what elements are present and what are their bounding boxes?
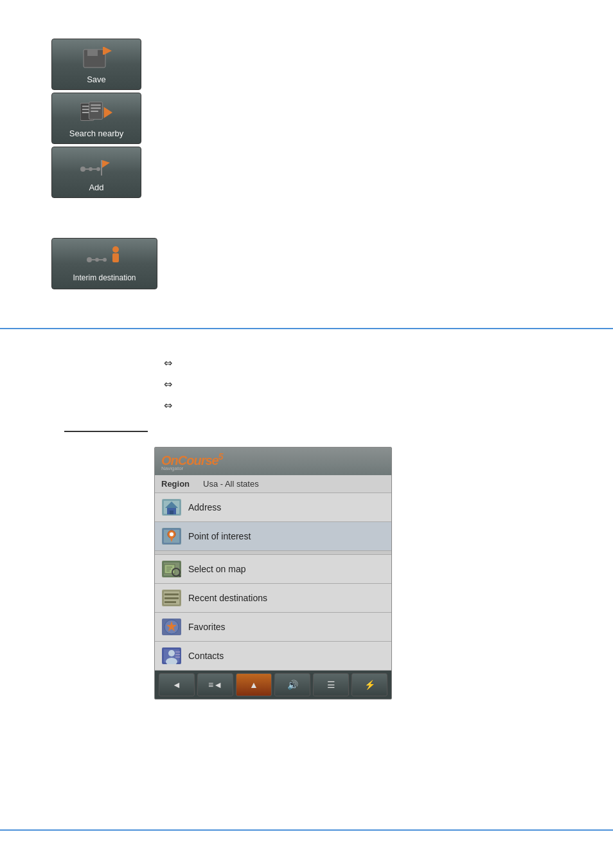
region-row: Region Usa - All states: [155, 475, 391, 493]
poi-menu-label: Point of interest: [188, 531, 251, 541]
toolbar-info-button[interactable]: ⚡: [351, 673, 387, 696]
save-icon: [81, 46, 112, 71]
add-icon-area: [80, 153, 112, 180]
arrow-item-1: ⇔: [164, 357, 172, 369]
arrow-symbol-3: ⇔: [164, 399, 172, 411]
svg-rect-3: [103, 47, 105, 55]
save-icon-area: [80, 45, 112, 72]
arrow-item-2: ⇔: [164, 378, 172, 390]
poi-icon: [161, 527, 182, 545]
svg-point-22: [103, 258, 107, 262]
contacts-icon: [161, 647, 182, 665]
svg-rect-58: [175, 654, 180, 655]
nav-menu-box: OnCourse5 Navigator Region Usa - All sta…: [154, 447, 392, 700]
svg-rect-49: [164, 601, 176, 603]
svg-rect-59: [175, 656, 180, 658]
menu-item-address[interactable]: Address: [155, 493, 391, 522]
svg-point-25: [112, 246, 119, 253]
svg-rect-26: [112, 253, 119, 262]
save-label: Save: [87, 75, 106, 84]
region-value: Usa - All states: [203, 479, 259, 489]
add-icon: [80, 155, 112, 178]
svg-point-55: [168, 650, 175, 656]
svg-rect-10: [91, 107, 100, 109]
arrow-item-3: ⇔: [164, 399, 172, 411]
arrows-section: ⇔ ⇔ ⇔: [164, 357, 172, 411]
select-on-map-icon: [161, 560, 182, 578]
menu-item-contacts[interactable]: Contacts: [155, 642, 391, 671]
address-icon: [161, 498, 182, 516]
svg-rect-1: [87, 50, 98, 56]
svg-marker-19: [102, 160, 110, 168]
recent-icon: [161, 589, 182, 607]
interim-destination-button[interactable]: Interim destination: [51, 238, 157, 289]
toolbar-sound-button[interactable]: 🔊: [274, 673, 310, 696]
bottom-toolbar: ◄ ≡◄ ▲ 🔊 ☰ ⚡: [155, 671, 391, 699]
svg-point-15: [96, 167, 100, 171]
svg-point-14: [89, 167, 93, 171]
toolbar-list-button[interactable]: ☰: [313, 673, 349, 696]
menu-item-recent[interactable]: Recent destinations: [155, 584, 391, 613]
svg-rect-7: [82, 112, 90, 113]
svg-point-20: [87, 257, 92, 262]
svg-marker-2: [104, 47, 112, 55]
select-on-map-label: Select on map: [188, 564, 246, 574]
list-icon: ☰: [327, 680, 335, 690]
menu-item-poi[interactable]: Point of interest: [155, 522, 391, 551]
sound-icon: 🔊: [287, 680, 298, 690]
save-button[interactable]: Save: [51, 39, 141, 90]
underline-decoration: [64, 431, 148, 432]
svg-point-21: [95, 258, 99, 262]
svg-rect-31: [170, 511, 173, 514]
bottom-divider: [0, 829, 613, 831]
interim-dest-icon-area: [87, 246, 122, 271]
svg-marker-12: [104, 107, 112, 118]
add-button[interactable]: Add: [51, 147, 141, 198]
svg-rect-48: [164, 597, 179, 599]
toolbar-back-button[interactable]: ◄: [159, 673, 195, 696]
search-nearby-icon: [80, 100, 112, 125]
interim-destination-icon: [87, 246, 122, 269]
svg-rect-9: [91, 104, 100, 105]
search-nearby-icon-area: [80, 99, 112, 126]
navigate-icon: ▲: [249, 680, 258, 690]
toolbar-menu-button[interactable]: ≡◄: [197, 673, 233, 696]
search-nearby-label: Search nearby: [69, 129, 124, 138]
svg-rect-47: [164, 593, 179, 595]
region-label: Region: [161, 479, 197, 489]
info-icon: ⚡: [364, 680, 375, 690]
recent-destinations-label: Recent destinations: [188, 593, 267, 603]
favorites-label: Favorites: [188, 622, 226, 632]
svg-point-13: [80, 167, 85, 172]
nav-logo: OnCourse5 Navigator: [161, 451, 222, 471]
arrow-symbol-2: ⇔: [164, 378, 172, 390]
interim-destination-label: Interim destination: [73, 273, 136, 282]
top-divider: [0, 328, 613, 329]
add-label: Add: [89, 183, 103, 192]
contacts-label: Contacts: [188, 651, 224, 661]
menu-item-favorites[interactable]: Favorites: [155, 613, 391, 642]
svg-rect-57: [175, 651, 180, 653]
arrow-symbol-1: ⇔: [164, 357, 172, 369]
menu-list-icon: ≡◄: [208, 680, 222, 690]
menu-item-select-on-map[interactable]: Select on map: [155, 555, 391, 584]
svg-rect-18: [101, 160, 102, 176]
favorites-icon: [161, 618, 182, 636]
svg-point-36: [170, 532, 173, 536]
search-nearby-button[interactable]: Search nearby: [51, 93, 141, 144]
toolbar-navigate-button[interactable]: ▲: [236, 673, 272, 696]
address-menu-label: Address: [188, 502, 221, 512]
svg-rect-11: [91, 111, 98, 112]
nav-header: OnCourse5 Navigator: [155, 448, 391, 475]
back-icon: ◄: [172, 680, 181, 690]
